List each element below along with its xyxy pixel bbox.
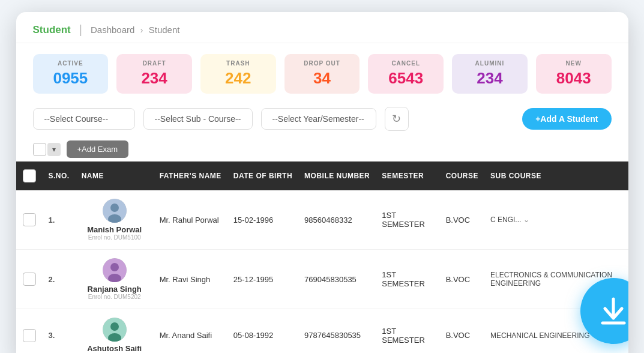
refresh-icon: ↻ xyxy=(392,112,401,125)
row-sno: 1. xyxy=(43,190,76,250)
toolbar-row: ▾ +Add Exam xyxy=(16,136,628,161)
student-info: Ashutosh Saifi xyxy=(82,318,148,353)
row-dob: 15-02-1996 xyxy=(227,190,298,250)
students-table: S.NO. NAME FATHER'S NAME DATE OF BIRTH M… xyxy=(16,161,628,353)
row-subcourse: C ENGI... ⌄ xyxy=(484,190,628,250)
chevron-down-icon[interactable]: ⌄ xyxy=(523,216,529,224)
stats-row: ACTIVE 0955 DRAFT 234 TRASH 242 DROP OUT… xyxy=(16,43,628,100)
th-name: NAME xyxy=(76,161,154,190)
table-row: 1. Manish Porwal Enrol no. DUM5100 Mr. R… xyxy=(16,190,628,250)
th-father: FATHER'S NAME xyxy=(154,161,227,190)
chevron-down-icon: ▾ xyxy=(52,145,56,154)
stat-label-active: ACTIVE xyxy=(44,60,98,67)
student-name: Manish Porwal xyxy=(87,225,142,234)
breadcrumb-student: Student xyxy=(149,25,180,35)
brand-label: Student xyxy=(33,24,71,36)
stat-label-dropout: DROP OUT xyxy=(295,60,349,67)
row-father: Mr. Rahul Porwal xyxy=(154,190,227,250)
row-name-cell: Ranjana Singh Enrol no. DUM5202 xyxy=(76,250,154,309)
row-mobile: 9787645830535 xyxy=(298,309,376,354)
student-name: Ranjana Singh xyxy=(88,285,142,294)
download-icon xyxy=(597,294,628,328)
table-header: S.NO. NAME FATHER'S NAME DATE OF BIRTH M… xyxy=(16,161,628,190)
th-checkbox xyxy=(16,161,43,190)
row-dob: 05-08-1992 xyxy=(227,309,298,354)
student-info: Ranjana Singh Enrol no. DUM5202 xyxy=(82,258,148,300)
table-row: 3. Ashutosh Saifi Mr. Anand Saifi 05-08-… xyxy=(16,309,628,354)
stat-card-trash[interactable]: TRASH 242 xyxy=(200,54,276,94)
main-window: Student | Dashboard › Student ACTIVE 095… xyxy=(16,12,628,353)
sub-course-text: MECHANICAL ENGINEERING xyxy=(490,331,590,340)
avatar xyxy=(103,199,127,223)
row-checkbox[interactable] xyxy=(23,273,36,286)
breadcrumb-dashboard[interactable]: Dashboard xyxy=(91,25,134,35)
row-dob: 25-12-1995 xyxy=(227,250,298,309)
student-name: Ashutosh Saifi xyxy=(87,344,142,353)
row-mobile: 769045830535 xyxy=(298,250,376,309)
row-semester: 1ST SEMESTER xyxy=(376,309,439,354)
row-semester: 1ST SEMESTER xyxy=(376,250,439,309)
add-exam-button[interactable]: +Add Exam xyxy=(67,140,129,158)
students-table-container: S.NO. NAME FATHER'S NAME DATE OF BIRTH M… xyxy=(16,161,628,353)
avatar xyxy=(103,258,127,282)
svg-point-4 xyxy=(110,263,119,271)
stat-value-new: 8043 xyxy=(547,69,601,88)
stat-card-active[interactable]: ACTIVE 0955 xyxy=(33,54,109,94)
row-name-cell: Manish Porwal Enrol no. DUM5100 xyxy=(76,190,154,250)
row-mobile: 98560468332 xyxy=(298,190,376,250)
stat-card-cancel[interactable]: CANCEL 6543 xyxy=(368,54,444,94)
th-dob: DATE OF BIRTH xyxy=(227,161,298,190)
stat-card-new[interactable]: NEW 8043 xyxy=(536,54,612,94)
stat-value-dropout: 34 xyxy=(295,69,349,88)
row-course: B.VOC xyxy=(440,309,484,354)
dropdown-arrow-button[interactable]: ▾ xyxy=(47,143,61,156)
header: Student | Dashboard › Student xyxy=(16,12,628,43)
row-checkbox[interactable] xyxy=(23,213,36,226)
table-body: 1. Manish Porwal Enrol no. DUM5100 Mr. R… xyxy=(16,190,628,353)
student-info: Manish Porwal Enrol no. DUM5100 xyxy=(82,199,148,241)
row-sno: 2. xyxy=(43,250,76,309)
stat-value-cancel: 6543 xyxy=(379,69,433,88)
stat-value-alumni: 234 xyxy=(463,69,517,88)
enrol-no: Enrol no. DUM5100 xyxy=(88,234,141,241)
th-semester: SEMESTER xyxy=(376,161,439,190)
row-sno: 3. xyxy=(43,309,76,354)
row-father: Mr. Ravi Singh xyxy=(154,250,227,309)
stat-value-draft: 234 xyxy=(127,69,181,88)
stat-value-trash: 242 xyxy=(211,69,265,88)
th-subcourse: SUB COURSE xyxy=(484,161,628,190)
select-all-checkbox[interactable] xyxy=(33,143,46,156)
course-select[interactable]: --Select Course-- xyxy=(33,108,135,130)
year-semester-select[interactable]: --Select Year/Semester-- xyxy=(261,108,376,130)
refresh-button[interactable]: ↻ xyxy=(385,107,409,131)
row-checkbox-cell xyxy=(16,250,43,309)
svg-point-7 xyxy=(110,322,119,331)
select-all-dropdown: ▾ xyxy=(33,143,61,156)
row-checkbox-cell xyxy=(16,190,43,250)
row-checkbox[interactable] xyxy=(23,329,36,342)
stat-label-new: NEW xyxy=(547,60,601,67)
stat-card-dropout[interactable]: DROP OUT 34 xyxy=(284,54,360,94)
stat-label-cancel: CANCEL xyxy=(379,60,433,67)
row-checkbox-cell xyxy=(16,309,43,354)
header-checkbox[interactable] xyxy=(23,169,36,183)
breadcrumb: Dashboard › Student xyxy=(91,25,179,35)
sub-course-value: C ENGI... ⌄ xyxy=(490,216,622,224)
th-course: COURSE xyxy=(440,161,484,190)
header-divider: | xyxy=(79,23,82,37)
th-mobile: MOBILE NUMBER xyxy=(298,161,376,190)
stat-card-draft[interactable]: DRAFT 234 xyxy=(116,54,192,94)
row-father: Mr. Anand Saifi xyxy=(154,309,227,354)
row-course: B.VOC xyxy=(440,190,484,250)
sub-course-text: C ENGI... xyxy=(490,216,521,224)
stat-label-draft: DRAFT xyxy=(127,60,181,67)
stat-card-alumni[interactable]: ALUMINI 234 xyxy=(452,54,528,94)
stat-label-trash: TRASH xyxy=(211,60,265,67)
table-row: 2. Ranjana Singh Enrol no. DUM5202 Mr. R… xyxy=(16,250,628,309)
svg-point-1 xyxy=(110,204,119,212)
avatar xyxy=(103,318,127,342)
enrol-no: Enrol no. DUM5202 xyxy=(88,294,141,300)
add-student-button[interactable]: +Add A Student xyxy=(522,108,611,130)
stat-label-alumni: ALUMINI xyxy=(463,60,517,67)
sub-course-select[interactable]: --Select Sub - Course-- xyxy=(143,108,253,130)
